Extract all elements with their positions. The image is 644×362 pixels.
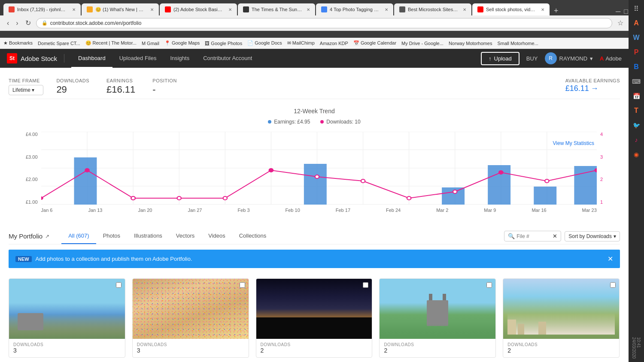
portfolio-tab-vectors[interactable]: Vectors	[169, 228, 201, 244]
bookmark-photos[interactable]: 🖼 Google Photos	[205, 41, 242, 46]
tab-motorhome[interactable]: 😊 (1) What's New | MotorhomeFr... ✕	[82, 3, 159, 15]
time-frame-select[interactable]: Lifetime ▾	[9, 85, 43, 95]
sidebar-icon-p[interactable]: P	[629, 45, 643, 59]
item-checkbox-3[interactable]	[363, 282, 368, 288]
nav-tab-contributor[interactable]: Contributor Account	[196, 49, 259, 68]
address-field[interactable]: 🔒 contributor.stock.adobe.com/en/portfol…	[36, 18, 612, 28]
portfolio-tab-illustrations[interactable]: Illustrations	[127, 228, 169, 244]
downloads-dot	[320, 120, 324, 124]
bookmark-kdp[interactable]: Amazon KDP	[320, 41, 348, 46]
user-info[interactable]: R RAYMOND ▾	[545, 52, 593, 64]
sort-dropdown[interactable]: Sort by Downloads ▾	[565, 231, 620, 241]
logo-text: Adobe Stock	[21, 55, 57, 62]
y-axis-left: £4.00 £3.00 £2.00 £1.00	[26, 132, 41, 205]
portfolio-item-3[interactable]: DOWNLOADS 2	[256, 278, 373, 358]
portfolio-item-4[interactable]: DOWNLOADS 2	[379, 278, 496, 358]
item-checkbox-2[interactable]	[240, 282, 245, 288]
tab-microstock[interactable]: Best Microstock Sites For Con... ✕	[394, 3, 471, 15]
adobe-st-icon: St	[7, 53, 17, 63]
bookmark-dometic[interactable]: Dometic Spare CT...	[38, 41, 80, 46]
chart-legend: Earnings: £4.95 Downloads: 10	[9, 119, 620, 125]
chart-wrapper: View My Statistics £4.00 £3.00 £2.00 £1.…	[9, 132, 620, 213]
tab-label: 😊 (1) What's New | MotorhomeFr...	[95, 7, 146, 12]
upload-button[interactable]: ↑ Upload	[481, 52, 519, 65]
search-clear-icon[interactable]: ✕	[553, 233, 557, 239]
svg-point-31	[407, 196, 410, 200]
item-checkbox-5[interactable]	[610, 282, 616, 288]
user-avatar: R	[545, 52, 557, 64]
tab-youtube[interactable]: (2) Adobe Stock Basics: Ho... ✕	[160, 3, 237, 15]
file-search[interactable]: 🔍 ✕	[504, 231, 561, 241]
sidebar-icon-b[interactable]: B	[629, 60, 643, 74]
portfolio-item-1[interactable]: DOWNLOADS 3	[9, 278, 125, 358]
back-button[interactable]: ‹	[5, 18, 11, 28]
adobe-link[interactable]: A Adobe	[600, 55, 622, 62]
portfolio-tab-videos[interactable]: Videos	[201, 228, 232, 244]
minimize-button[interactable]: ─	[616, 8, 620, 15]
building3	[526, 317, 537, 335]
portfolio-tab-all[interactable]: All (607)	[61, 228, 96, 244]
stats-items: DOWNLOADS 29 EARNINGS £16.11 POSITION -	[56, 78, 176, 95]
chart-title: 12-Week Trend	[9, 108, 620, 115]
nav-tab-uploaded[interactable]: Uploaded Files	[112, 49, 164, 68]
external-link-icon[interactable]: ↗	[45, 233, 49, 239]
downloads-value: 29	[56, 84, 89, 95]
tab-close[interactable]: ✕	[463, 7, 466, 12]
bookmark-maps[interactable]: 📍 Google Maps	[164, 40, 200, 46]
tab-close[interactable]: ✕	[385, 7, 388, 12]
tab-close[interactable]: ✕	[72, 7, 76, 12]
portfolio-tab-photos[interactable]: Photos	[96, 228, 127, 244]
portfolio-image-1	[9, 279, 125, 339]
forward-button[interactable]: ›	[14, 18, 20, 28]
portfolio-item-5[interactable]: DOWNLOADS 2	[503, 278, 620, 358]
browser-tabs: Inbox (7,129) - rjohnlaidler@g... ✕ 😊 (1…	[0, 0, 644, 15]
bookmark-mailchimp[interactable]: ✉ MailChimp	[287, 40, 315, 46]
sidebar-icon-w[interactable]: W	[629, 31, 643, 45]
file-search-input[interactable]	[516, 233, 551, 239]
bookmark-norway[interactable]: Norway Motorhomes	[449, 41, 492, 46]
chart-svg	[41, 132, 597, 205]
item-checkbox-1[interactable]	[116, 282, 122, 288]
tab-gmail[interactable]: Inbox (7,129) - rjohnlaidler@g... ✕	[3, 3, 81, 15]
refresh-button[interactable]: ↻	[24, 18, 33, 28]
bookmark-bookmarks[interactable]: ★ Bookmarks	[3, 40, 33, 46]
tab-close[interactable]: ✕	[541, 7, 544, 12]
time-frame-label: Time Frame	[9, 78, 43, 83]
sidebar-icon-t[interactable]: T	[629, 104, 643, 118]
tab-close[interactable]: ✕	[307, 7, 310, 12]
adobe-icon-link: A	[600, 55, 604, 62]
sidebar-icon-keyboard[interactable]: ⌨	[629, 75, 643, 88]
sidebar-icon-circle[interactable]: ◉	[629, 148, 643, 161]
sidebar-icon-a[interactable]: A	[629, 16, 643, 30]
item-checkbox-4[interactable]	[486, 282, 492, 288]
maximize-button[interactable]: □	[624, 8, 628, 15]
tab-times[interactable]: The Times & The Sunday Times ✕	[238, 3, 315, 15]
nav-tab-insights[interactable]: Insights	[163, 49, 196, 68]
sidebar-icon-calendar[interactable]: 📅	[629, 89, 643, 103]
portfolio-tab-collections[interactable]: Collections	[232, 228, 273, 244]
new-tab-button[interactable]: +	[550, 6, 562, 15]
tab-label: Sell stock photos, videos, vect...	[486, 7, 537, 12]
notification-close-button[interactable]: ✕	[608, 255, 613, 263]
downloads-count-4: 2	[384, 347, 491, 354]
nav-tab-dashboard[interactable]: Dashboard	[71, 49, 112, 68]
notification-bar: NEW Add photos to a collection and publi…	[9, 250, 620, 268]
bookmark-drive[interactable]: My Drive - Google...	[401, 41, 444, 46]
bookmark-gmail[interactable]: M Gmail	[142, 41, 159, 46]
sidebar-icon-apps[interactable]: ⠿	[629, 2, 643, 15]
portfolio-item-2[interactable]: DOWNLOADS 3	[132, 278, 249, 358]
bookmark-calendar[interactable]: 📅 Google Calendar	[353, 40, 396, 46]
tab-tagging[interactable]: 4 Top Photo Tagging Softwar... ✕	[316, 3, 393, 15]
tab-adobe-active[interactable]: Sell stock photos, videos, vect... ✕	[472, 3, 550, 15]
castle-tower-l	[429, 294, 432, 300]
buy-link[interactable]: BUY	[526, 55, 538, 62]
sidebar-icon-music[interactable]: ♪	[629, 133, 643, 147]
bookmarks-star[interactable]: ☆	[616, 18, 625, 28]
tab-close[interactable]: ✕	[228, 7, 232, 12]
bookmark-docs[interactable]: 📄 Google Docs	[247, 40, 282, 46]
app-nav: Dashboard Uploaded Files Insights Contri…	[71, 49, 259, 68]
bookmark-small[interactable]: Small Motorhome...	[497, 41, 538, 46]
sidebar-icon-twitter[interactable]: 🐦	[629, 118, 643, 132]
tab-close[interactable]: ✕	[150, 7, 154, 12]
bookmark-motor[interactable]: 😊 Recent | The Motor...	[85, 40, 137, 46]
